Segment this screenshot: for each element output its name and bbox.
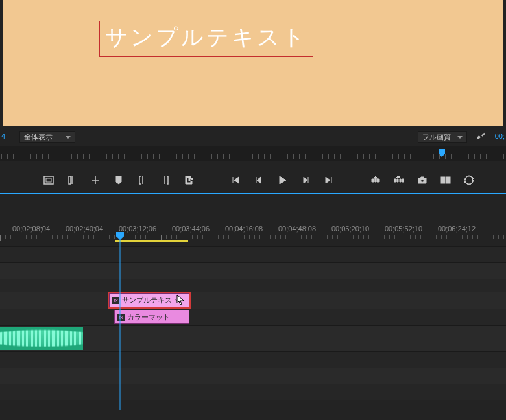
timecode-label: 00;04;16;08: [225, 225, 263, 233]
timecode-label: 00;03;44;06: [172, 225, 210, 233]
timecode-label: 00;05;20;10: [331, 225, 369, 233]
safe-margins-icon[interactable]: [43, 174, 54, 186]
lift-icon[interactable]: [370, 174, 381, 186]
program-monitor: サンプルテキスト: [3, 0, 503, 126]
mark-in-icon[interactable]: [66, 174, 78, 186]
audio-track-2[interactable]: [0, 351, 506, 368]
preview-right-number: 00;: [495, 132, 505, 140]
zoom-fit-label: 全体表示: [24, 132, 53, 142]
svg-rect-0: [44, 176, 53, 184]
svg-rect-1: [46, 178, 51, 182]
timecode-label: 00;03;12;06: [119, 225, 156, 233]
step-forward-icon[interactable]: [300, 174, 311, 186]
audio-waveform: [0, 327, 83, 350]
audio-clip[interactable]: [0, 327, 83, 350]
go-to-in-icon[interactable]: [230, 174, 241, 186]
svg-point-2: [421, 180, 424, 183]
quality-select[interactable]: フル画質: [418, 131, 467, 143]
time-ruler[interactable]: 00;02;08;0400;02;40;0400;03;12;0600;03;4…: [0, 224, 506, 243]
comparison-view-icon[interactable]: [440, 174, 452, 186]
audio-track-4[interactable]: [0, 384, 506, 400]
title-clip-label: サンプルテキスト: [122, 296, 179, 305]
color-matte-clip[interactable]: fx カラーマット: [114, 310, 189, 324]
video-track-1[interactable]: fx カラーマット: [0, 309, 506, 325]
marker-icon[interactable]: [113, 174, 125, 186]
svg-rect-3: [441, 177, 445, 183]
title-text-overlay[interactable]: サンプルテキスト: [99, 21, 313, 57]
mark-out-icon[interactable]: [90, 174, 101, 186]
timecode-label: 00;06;24;12: [438, 225, 476, 233]
timecode-label: 00;02;08;04: [12, 225, 50, 233]
tracks-area: fx サンプルテキスト fx カラーマット: [0, 246, 506, 410]
video-track-3[interactable]: [0, 246, 506, 262]
audio-track-3[interactable]: [0, 368, 506, 384]
bracket-out-icon[interactable]: [160, 174, 171, 186]
fx-badge-icon: fx: [117, 314, 125, 321]
extract-icon[interactable]: [393, 174, 405, 186]
playhead-line[interactable]: [120, 239, 121, 410]
preview-left-number: 4: [1, 132, 5, 140]
color-matte-clip-label: カラーマット: [127, 312, 170, 322]
step-back-icon[interactable]: [253, 174, 265, 186]
preview-controls: 4 全体表示 フル画質 00;: [0, 130, 506, 145]
timecode-label: 00;04;48;08: [278, 225, 316, 233]
title-clip[interactable]: fx サンプルテキスト: [109, 293, 189, 307]
transport-toolbar: [0, 167, 506, 193]
work-area-bar[interactable]: [115, 240, 188, 242]
preview-ruler[interactable]: [0, 146, 506, 161]
play-icon[interactable]: [276, 174, 288, 186]
export-frame-icon[interactable]: [183, 174, 195, 186]
settings-wrench-icon[interactable]: [476, 131, 485, 142]
video-track-2[interactable]: fx サンプルテキスト: [0, 292, 506, 309]
svg-rect-4: [446, 177, 450, 183]
video-track-2b[interactable]: [0, 262, 506, 279]
camera-icon[interactable]: [416, 174, 428, 186]
timecode-label: 00;05;52;10: [385, 225, 422, 233]
quality-label: フル画質: [422, 132, 451, 142]
bracket-in-icon[interactable]: [136, 174, 148, 186]
go-to-out-icon[interactable]: [323, 174, 335, 186]
zoom-fit-select[interactable]: 全体表示: [19, 131, 75, 143]
fx-badge-icon: fx: [112, 297, 119, 304]
timecode-label: 00;02;40;04: [66, 225, 103, 233]
audio-track-1[interactable]: [0, 325, 506, 351]
loop-icon[interactable]: [463, 174, 475, 186]
